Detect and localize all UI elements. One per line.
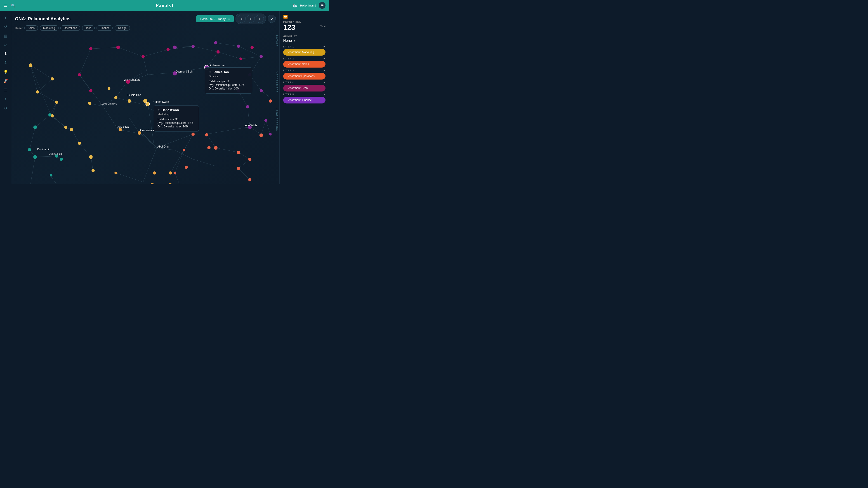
- svg-point-136: [116, 46, 120, 49]
- svg-point-119: [183, 149, 185, 151]
- reset-filter-button[interactable]: Reset: [15, 26, 23, 30]
- svg-point-104: [138, 131, 141, 135]
- sidebar-item-layers[interactable]: ▤: [2, 32, 10, 40]
- filter-tag-sales[interactable]: Sales: [24, 25, 38, 31]
- hamburger-icon[interactable]: ☰: [4, 3, 7, 8]
- sidebar-number-2: 2: [4, 61, 6, 65]
- relationships-tab[interactable]: Relationships: [275, 106, 279, 133]
- circle-btn-3[interactable]: ○: [256, 15, 264, 23]
- svg-line-39: [239, 46, 261, 57]
- svg-line-54: [239, 168, 250, 180]
- filter-tag-tech[interactable]: Tech: [82, 25, 94, 31]
- filter-tag-operations[interactable]: Operations: [60, 25, 81, 31]
- svg-line-29: [218, 52, 241, 59]
- group-by-value[interactable]: None ▼: [283, 39, 326, 43]
- avatar: JP: [319, 2, 326, 9]
- sidebar-item-launch[interactable]: 🚀: [2, 77, 10, 85]
- layer-1-arrow[interactable]: ▼: [323, 45, 326, 48]
- layer-5-section: LAYER 5 ▼ Department: Finance: [283, 93, 326, 103]
- group-by-section: GROUP BY None ▼: [283, 35, 326, 43]
- sidebar-item-insight[interactable]: 💡: [2, 68, 10, 76]
- svg-point-110: [191, 133, 195, 136]
- svg-line-61: [148, 102, 154, 148]
- layer-5-label: LAYER 5 ▼: [283, 93, 326, 96]
- svg-point-128: [260, 55, 263, 58]
- svg-line-50: [207, 134, 216, 148]
- svg-point-97: [92, 169, 95, 172]
- layer-4-arrow[interactable]: ▼: [323, 81, 326, 84]
- svg-line-64: [35, 115, 50, 127]
- population-count: 123: [283, 23, 301, 32]
- svg-line-15: [116, 98, 129, 101]
- sidebar-item-list[interactable]: ☰: [2, 86, 10, 94]
- layer-3-button[interactable]: Department:Operations: [283, 73, 326, 79]
- layer-2-arrow[interactable]: ▼: [323, 57, 326, 60]
- layer-3-arrow[interactable]: ▼: [323, 69, 326, 72]
- svg-point-94: [70, 128, 73, 131]
- header: ☰ 🔍 Panalyt 🦢 Hello, Iwani! JP: [0, 0, 329, 11]
- view-mode-buttons: ○ ○ ○: [236, 13, 266, 24]
- layer-1-label: LAYER 1 ▼: [283, 45, 326, 48]
- layer-2-section: LAYER 2 ▼ Department: Sales: [283, 57, 326, 68]
- svg-line-18: [129, 104, 143, 118]
- group-by-dropdown-arrow: ▼: [293, 39, 296, 42]
- layer-5-arrow[interactable]: ▼: [323, 93, 326, 96]
- layer-1-button[interactable]: Department: Marketing: [283, 49, 326, 56]
- svg-line-35: [175, 68, 207, 72]
- header-center: Panalyt: [156, 2, 174, 8]
- sidebar-item-2[interactable]: 2: [2, 59, 10, 67]
- svg-line-52: [239, 153, 250, 159]
- sidebar-item-balance[interactable]: ⚖: [2, 41, 10, 49]
- date-range-text: 1 Jan, 2020 - Today: [200, 17, 225, 21]
- tooltip-james-tan: ✦ James Tan Finance Relationships: 12 Av…: [205, 67, 252, 94]
- svg-point-146: [126, 79, 130, 84]
- network-graph[interactable]: [11, 11, 279, 184]
- tooltip-james-tan-score: Avg. Relationship Score: 58%: [209, 84, 248, 87]
- sidebar: ▼ ↺ ▤ ⚖ 1 2 💡 🚀 ☰ ↑ ⚙: [0, 11, 11, 184]
- date-range-menu-icon: ☰: [227, 17, 230, 21]
- svg-line-55: [184, 134, 193, 150]
- sidebar-item-share[interactable]: ↑: [2, 95, 10, 103]
- bird-icon: 🦢: [293, 3, 297, 8]
- sidebar-item-1[interactable]: 1: [2, 50, 10, 58]
- svg-point-135: [89, 47, 92, 51]
- svg-line-38: [216, 43, 239, 46]
- circle-btn-1[interactable]: ○: [238, 15, 246, 23]
- svg-point-107: [151, 183, 154, 184]
- tooltip-hana-kwon-name: ✦ Hana Kwon: [158, 108, 195, 112]
- sidebar-item-settings[interactable]: ⚙: [2, 104, 10, 112]
- header-right: 🦢 Hello, Iwani! JP: [293, 2, 326, 9]
- date-range-button[interactable]: 1 Jan, 2020 - Today ☰: [196, 15, 234, 22]
- layer-2-button[interactable]: Department: Sales: [283, 61, 326, 68]
- search-icon[interactable]: 🔍: [11, 3, 16, 8]
- filter-tag-finance[interactable]: Finance: [96, 25, 113, 31]
- reset-time-button[interactable]: ↺: [268, 15, 276, 23]
- layer-4-button[interactable]: Department: Tech: [283, 85, 326, 92]
- svg-point-85: [60, 158, 63, 161]
- svg-line-47: [261, 121, 266, 134]
- circle-btn-2[interactable]: ○: [247, 15, 255, 23]
- svg-point-131: [246, 105, 249, 108]
- header-left: ☰ 🔍: [4, 3, 16, 8]
- sidebar-item-refresh[interactable]: ↺: [2, 23, 10, 31]
- sidebar-item-filter[interactable]: ▼: [2, 13, 10, 22]
- svg-point-93: [64, 126, 67, 129]
- svg-line-2: [37, 79, 52, 92]
- svg-point-143: [250, 46, 254, 49]
- svg-point-84: [55, 155, 58, 158]
- svg-point-96: [89, 155, 93, 159]
- sidebar-number-1: 1: [4, 52, 6, 56]
- star-icon-hana: ✦: [158, 108, 160, 112]
- forward-button[interactable]: ⏩: [283, 14, 288, 19]
- svg-point-100: [114, 96, 117, 99]
- filter-tag-marketing[interactable]: Marketing: [40, 25, 59, 31]
- svg-point-95: [78, 142, 81, 145]
- layer-1-section: LAYER 1 ▼ Department: Marketing: [283, 45, 326, 56]
- layers-tab[interactable]: Layers: [275, 33, 279, 48]
- layer-5-button[interactable]: Department: Finance: [283, 97, 326, 103]
- filter-tag-design[interactable]: Design: [115, 25, 130, 31]
- connections-tab[interactable]: Connections: [275, 70, 279, 94]
- svg-line-1: [31, 65, 37, 92]
- svg-line-34: [148, 72, 175, 75]
- graph-area[interactable]: ONA: Relational Analytics 1 Jan, 2020 - …: [11, 11, 279, 184]
